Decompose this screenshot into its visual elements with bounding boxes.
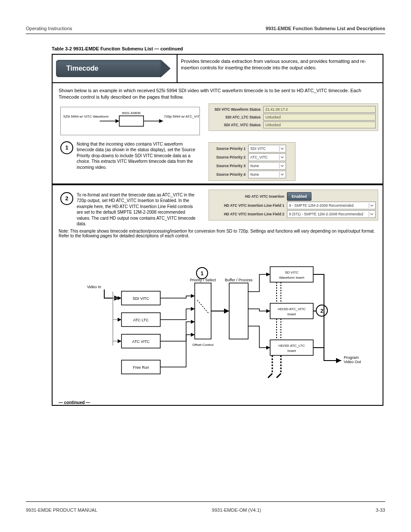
main-table: Timecode Provides timecode data extracti…: [52, 54, 383, 406]
d-step2: 2: [321, 308, 324, 314]
mini-in-label: 525i 5994 w/ VITC Waveform: [63, 115, 109, 118]
timecode-flow-diagram: Video In SDI VITCATC LTCATC VITCFree Run…: [53, 243, 383, 398]
svg-rect-19: [270, 267, 313, 282]
header-right: 9931-EMDE Function Submenu List and Desc…: [266, 26, 385, 31]
svg-text:HD/SD ATC_VITC: HD/SD ATC_VITC: [278, 307, 306, 311]
insertion-label: HD ATC VITC Insertion Line Field 2: [211, 212, 284, 216]
chevron-down-icon: [369, 212, 374, 217]
priority-select[interactable]: SDI VITC: [248, 145, 286, 152]
status-label: SDI ATC_VITC Status: [211, 123, 261, 127]
priority-label: Source Priority 4: [211, 172, 246, 177]
header-left: Operating Instructions: [26, 26, 72, 31]
step-2-badge: 2: [60, 192, 73, 205]
priority-label: Source Priority 2: [211, 155, 246, 159]
d-offset: Offset Control: [192, 343, 213, 347]
example-intro: Shown below is an example in which recei…: [53, 83, 383, 101]
priority-label: Source Priority 3: [211, 164, 246, 168]
insertion-row: HD ATC VITC Insertion Line Field 19 - SM…: [211, 202, 376, 209]
footer-center: 9931-EMDE-OM (V4.1): [212, 507, 261, 513]
status-panel: SDI VITC Waveform Status21:41:29:17.0SDI…: [209, 103, 378, 131]
step-2-text: To re-format and insert the timecode dat…: [77, 192, 200, 227]
d-videoin: Video In: [87, 285, 101, 289]
step-1: 1 Noting that the incoming video contain…: [57, 139, 203, 171]
priority-row: Source Priority 1SDI VITC: [211, 145, 293, 152]
tab-description: Provides timecode data extraction from v…: [181, 58, 379, 71]
example-note: Note: This example shows timecode extrac…: [53, 227, 383, 243]
status-row: SDI ATC_LTC StatusUnlocked: [211, 114, 376, 121]
footer-right: 3-33: [376, 507, 385, 513]
svg-text:SDI VITC: SDI VITC: [133, 296, 149, 301]
status-readout: Unlocked: [263, 121, 376, 128]
insertion-row: HD ATC VITC Insertion Line Field 28 (571…: [211, 210, 376, 218]
mini-box-label: 9931-EMDE: [122, 111, 141, 115]
continued-label: — continued —: [53, 398, 383, 405]
status-readout: 21:41:29:17.0: [263, 106, 376, 113]
insertion-select[interactable]: 8 (571) - SMPTE 12M-2-2008 Recommended: [287, 210, 376, 218]
chevron-down-icon: [279, 155, 285, 160]
footer-left: 9931-EMDE PRODUCT MANUAL: [26, 507, 97, 513]
row-tab-header: Timecode Provides timecode data extracti…: [53, 55, 383, 83]
mini-signal-diagram: 525i 5994 w/ VITC Waveform 9931-EMDE 720…: [60, 107, 200, 135]
svg-text:HD/SD ATC_LTC: HD/SD ATC_LTC: [278, 344, 305, 348]
step-1-badge: 1: [60, 141, 73, 154]
priority-row: Source Priority 3None: [211, 162, 293, 170]
priority-select[interactable]: ATC_VITC: [248, 153, 286, 161]
header-rule: [26, 34, 385, 34]
status-row: SDI VITC Waveform Status21:41:29:17.0: [211, 106, 376, 113]
source-priority-panel: Source Priority 1SDI VITCSource Priority…: [209, 142, 296, 181]
svg-rect-15: [195, 283, 211, 339]
chevron-down-icon: [369, 203, 374, 208]
insertion-row: HD ATC VITC InsertionEnabled: [211, 192, 376, 201]
priority-select[interactable]: None: [248, 162, 286, 170]
status-readout: Unlocked: [263, 114, 376, 121]
priority-select[interactable]: None: [248, 171, 286, 178]
timecode-tab-label: Timecode: [66, 65, 98, 72]
step-2: 2 To re-format and insert the timecode d…: [57, 190, 203, 227]
insertion-label: HD ATC VITC Insertion: [211, 194, 284, 199]
insertion-panel: HD ATC VITC InsertionEnabledHD ATC VITC …: [209, 190, 378, 221]
status-label: SDI VITC Waveform Status: [211, 107, 261, 112]
page-footer: 9931-EMDE PRODUCT MANUAL 9931-EMDE-OM (V…: [26, 507, 385, 513]
svg-text:ATC VITC: ATC VITC: [132, 339, 150, 344]
footer-rule: [26, 501, 385, 502]
d-video-out1: Program: [344, 355, 359, 360]
d-proc-label: Buffer / Process: [225, 278, 252, 282]
d-step1: 1: [201, 271, 204, 277]
mini-out-label: 720p 5994 w/ ATC_VITC: [164, 115, 199, 118]
table-caption: Table 3-2 9931-EMDE Function Submenu Lis…: [52, 46, 385, 51]
priority-row: Source Priority 4None: [211, 171, 293, 178]
step-1-text: Noting that the incoming video contains …: [77, 141, 200, 171]
chevron-down-icon: [279, 172, 285, 177]
svg-rect-1: [119, 116, 143, 126]
status-row: SDI ATC_VITC StatusUnlocked: [211, 121, 376, 128]
chevron-down-icon: [279, 146, 285, 151]
priority-label: Source Priority 1: [211, 146, 246, 151]
priority-row: Source Priority 2ATC_VITC: [211, 153, 293, 161]
svg-text:Waveform Insert: Waveform Insert: [279, 276, 305, 280]
status-label: SDI ATC_LTC Status: [211, 115, 261, 119]
svg-rect-29: [270, 340, 313, 355]
row-example: Shown below is an example in which recei…: [53, 83, 383, 405]
svg-text:SD VITC: SD VITC: [285, 271, 299, 274]
d-video-out2: Video Out: [344, 360, 361, 364]
chevron-down-icon: [279, 163, 285, 168]
svg-rect-18: [229, 283, 248, 339]
svg-text:Free Run: Free Run: [133, 365, 149, 370]
insertion-label: HD ATC VITC Insertion Line Field 1: [211, 203, 284, 208]
svg-text:ATC LTC: ATC LTC: [133, 318, 149, 322]
svg-rect-23: [270, 303, 313, 319]
svg-text:Insert: Insert: [287, 349, 296, 353]
insertion-enable-button[interactable]: Enabled: [287, 192, 311, 201]
svg-text:Insert: Insert: [287, 312, 296, 316]
page-header: Operating Instructions 9931-EMDE Functio…: [26, 26, 385, 34]
timecode-tab[interactable]: Timecode: [56, 60, 161, 77]
insertion-select[interactable]: 9 - SMPTE 12M-2-2008 Recommended: [287, 202, 376, 209]
